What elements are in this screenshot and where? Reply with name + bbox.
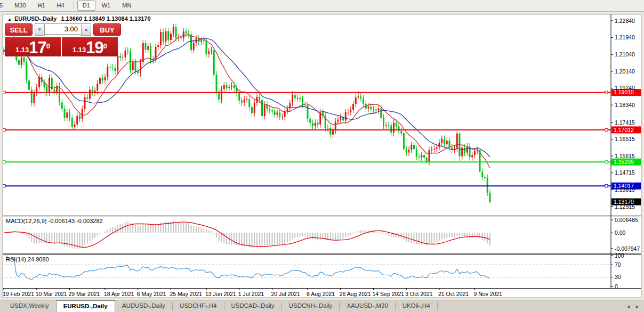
timeframe-button-w1[interactable]: W1 (96, 1, 116, 11)
chart-symbol-label: EURUSD-,Daily (14, 15, 57, 22)
horizontal-lines-layer: 1.190101.170121.152991.140171.13170 (3, 89, 641, 205)
chart-tab-bar: USDX,WeeklyEURUSD-,DailyAUDUSD-,DailyUSD… (0, 300, 644, 312)
svg-text:18 Apr 2021: 18 Apr 2021 (104, 291, 134, 297)
timeframe-button-d1[interactable]: D1 (77, 1, 95, 11)
svg-text:1.15299: 1.15299 (614, 159, 634, 165)
sell-price-big: 17 (29, 40, 46, 55)
tab-scroll-right-icon[interactable]: ► (635, 304, 640, 309)
svg-text:29 Mar 2021: 29 Mar 2021 (69, 291, 100, 297)
macd-indicator-label: MACD(12,26,9) -0.006143 -0.003282 (6, 218, 103, 224)
svg-text:1.17012: 1.17012 (614, 127, 634, 133)
tab-scroll-left-icon[interactable]: ◄ (626, 304, 631, 309)
chart-tab-usdchf-h4[interactable]: USDCHF-,H4 (173, 300, 224, 312)
sell-price-prefix: 1.13 (15, 45, 29, 55)
svg-text:9 Nov 2021: 9 Nov 2021 (474, 291, 503, 297)
svg-text:10 Mar 2021: 10 Mar 2021 (36, 291, 67, 297)
sell-price-sup: 0 (46, 37, 50, 55)
timeframe-button-h1[interactable]: H1 (33, 1, 51, 11)
svg-text:8 Aug 2021: 8 Aug 2021 (307, 291, 335, 297)
chart-window: 1.190101.170121.152991.140171.131701.228… (3, 14, 641, 298)
svg-text:-0.007947: -0.007947 (615, 245, 640, 252)
buy-button[interactable]: BUY (93, 23, 121, 36)
collapse-chevron-icon[interactable]: ▲ (7, 17, 12, 22)
svg-text:0.00: 0.00 (615, 229, 626, 236)
svg-text:20 Jul 2021: 20 Jul 2021 (271, 291, 300, 297)
timeframe-button-m30[interactable]: M30 (9, 1, 31, 11)
svg-text:1.22840: 1.22840 (615, 18, 635, 24)
one-click-trading-widget: SELL ▼ ▲ BUY 1.13170 1.13190 (5, 23, 121, 56)
svg-text:26 Aug 2021: 26 Aug 2021 (340, 291, 371, 297)
svg-text:25 May 2021: 25 May 2021 (170, 291, 203, 297)
timeframe-button-5[interactable]: 5 (0, 1, 8, 11)
chart-title: ▲EURUSD-,Daily1.13660 1.13849 1.13084 1.… (7, 15, 151, 22)
timeframe-toolbar: 5M30H1H4D1W1MN (0, 0, 644, 12)
svg-text:1 Jul 2021: 1 Jul 2021 (238, 291, 264, 297)
svg-text:1.19240: 1.19240 (615, 85, 635, 91)
price-scale: 1.228401.219401.210401.201401.192401.183… (611, 18, 635, 210)
tab-divider (437, 302, 438, 310)
chart-tab-usdcad-daily[interactable]: USDCAD-,Daily (224, 300, 281, 312)
svg-text:0.006485: 0.006485 (615, 217, 638, 223)
svg-text:30: 30 (615, 274, 621, 280)
chart-ohlc-values: 1.13660 1.13849 1.13084 1.13170 (61, 15, 150, 22)
buy-price-prefix: 1.13 (73, 45, 86, 55)
chart-tab-usdx-weekly[interactable]: USDX,Weekly (3, 300, 56, 312)
svg-text:1.18340: 1.18340 (615, 102, 635, 108)
svg-text:1.13815: 1.13815 (615, 186, 635, 193)
chart-tab-xauusd-m30[interactable]: XAUUSD-,M30 (340, 300, 395, 312)
svg-text:3 Oct 2021: 3 Oct 2021 (405, 291, 433, 297)
svg-text:1.21040: 1.21040 (615, 51, 635, 58)
svg-text:1.16515: 1.16515 (615, 136, 635, 142)
svg-text:70: 70 (615, 261, 621, 268)
volume-input[interactable] (45, 23, 81, 35)
svg-text:1.17415: 1.17415 (615, 119, 635, 126)
chart-tab-usdcnh-daily[interactable]: USDCNH-,Daily (282, 300, 340, 312)
rsi-indicator-label: RSI(14) 24.9080 (6, 256, 49, 262)
svg-text:21 Oct 2021: 21 Oct 2021 (438, 291, 469, 297)
volume-increase-button[interactable]: ▲ (81, 23, 91, 36)
svg-text:6 May 2021: 6 May 2021 (137, 291, 166, 297)
timeframe-button-h4[interactable]: H4 (52, 1, 70, 11)
rsi-pane: 10070300 (3, 252, 624, 290)
svg-text:13 Jun 2021: 13 Jun 2021 (205, 291, 236, 297)
sell-button[interactable]: SELL (5, 23, 33, 36)
svg-text:14 Sep 2021: 14 Sep 2021 (373, 291, 405, 297)
rsi-line (6, 256, 490, 280)
chart-tab-eurusd-daily[interactable]: EURUSD-,Daily (56, 300, 115, 312)
buy-price-panel[interactable]: 1.13190 (62, 37, 118, 56)
svg-text:1.21940: 1.21940 (615, 34, 635, 40)
chart-tab-audusd-daily[interactable]: AUDUSD-,Daily (115, 300, 172, 312)
svg-text:1.14715: 1.14715 (615, 169, 635, 176)
svg-text:1.20140: 1.20140 (615, 68, 635, 75)
timeframe-button-mn[interactable]: MN (117, 1, 136, 11)
svg-text:19 Feb 2021: 19 Feb 2021 (3, 291, 34, 297)
volume-decrease-button[interactable]: ▼ (35, 23, 45, 36)
buy-price-big: 19 (86, 40, 103, 55)
date-axis: 19 Feb 202110 Mar 202129 Mar 202118 Apr … (3, 288, 502, 297)
sell-price-panel[interactable]: 1.13170 (5, 37, 61, 56)
toolbar-separator (73, 2, 74, 10)
svg-text:1.15615: 1.15615 (615, 153, 635, 159)
buy-price-sup: 0 (103, 37, 107, 55)
chart-tab-ukoil-h4[interactable]: UKOil-,H4 (396, 300, 437, 312)
svg-text:1.12915: 1.12915 (615, 203, 635, 210)
